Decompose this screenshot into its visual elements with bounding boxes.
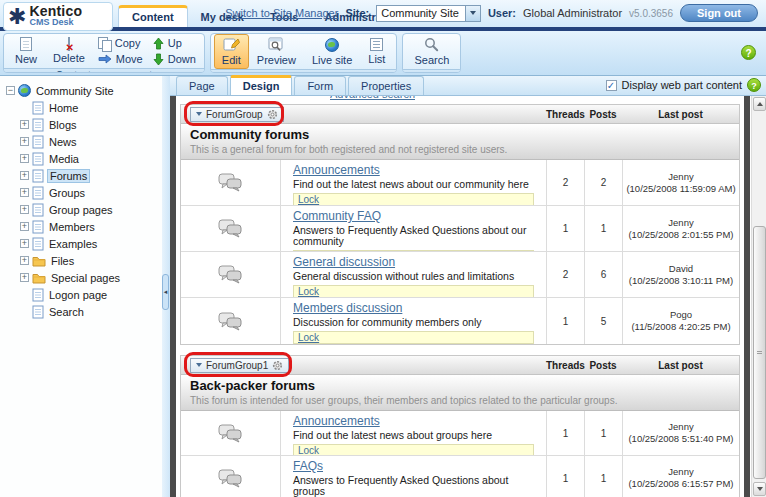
- webpart-forumgroup1: ForumGroup1 Threads Posts Last post Back…: [180, 355, 740, 497]
- last-post-author: Jenny: [668, 421, 693, 433]
- forum-group-subtitle: This is a general forum for both registe…: [190, 144, 730, 155]
- gear-icon[interactable]: [267, 109, 278, 120]
- forum-title-link[interactable]: Community FAQ: [293, 209, 381, 223]
- brand-name: Kentico: [29, 6, 82, 17]
- delete-button[interactable]: ✕ Delete: [45, 35, 93, 67]
- sidebar-item-community-site[interactable]: − Community Site: [6, 82, 160, 99]
- sidebar-splitter[interactable]: ◂: [162, 76, 170, 497]
- edit-button[interactable]: Edit: [214, 34, 249, 69]
- globe-icon: [325, 38, 339, 52]
- posts-count: 1: [584, 206, 622, 251]
- folder-icon: [32, 255, 46, 267]
- gear-icon[interactable]: [272, 360, 283, 371]
- expand-icon[interactable]: +: [20, 120, 29, 129]
- sidebar-item-search[interactable]: Search: [6, 303, 160, 320]
- design-canvas: Advanced search ForumGroup Threads Posts: [170, 96, 766, 497]
- folder-icon: [32, 272, 46, 284]
- copy-button[interactable]: Copy: [98, 36, 143, 50]
- forum-group-heading: Community forums This is a general forum…: [181, 124, 739, 160]
- tab-properties[interactable]: Properties: [348, 76, 424, 95]
- webpart-menu-arrow-icon[interactable]: [196, 112, 202, 116]
- forum-row: FAQs Answers to Frequently Asked Questio…: [181, 456, 739, 497]
- site-select[interactable]: Community Site: [376, 5, 481, 22]
- page-icon: [32, 169, 44, 183]
- sidebar-item-special-pages[interactable]: + Special pages: [6, 269, 160, 286]
- expand-icon[interactable]: +: [20, 171, 29, 180]
- expand-icon[interactable]: +: [20, 154, 29, 163]
- splitter-collapse-handle[interactable]: ◂: [162, 274, 169, 310]
- lock-strip: Lock: [293, 285, 534, 298]
- scroll-up-button[interactable]: [753, 97, 766, 111]
- expand-icon[interactable]: +: [20, 222, 29, 231]
- last-post-cell: Jenny (10/25/2008 5:51:40 PM): [622, 411, 739, 455]
- forum-title-link[interactable]: FAQs: [293, 459, 323, 473]
- arrow-down-icon: [153, 53, 164, 66]
- forum-description: Find out the latest news about our commu…: [293, 179, 538, 190]
- expand-icon[interactable]: +: [20, 188, 29, 197]
- user-label: User:: [488, 7, 516, 19]
- design-help-icon[interactable]: ?: [747, 78, 761, 92]
- sidebar-item-forums[interactable]: + Forums: [6, 167, 160, 184]
- sidebar-item-home[interactable]: Home: [6, 99, 160, 116]
- forum-title-link[interactable]: Members discussion: [293, 301, 402, 315]
- lock-link[interactable]: Lock: [298, 332, 319, 343]
- sidebar-item-logon-page[interactable]: Logon page: [6, 286, 160, 303]
- sidebar-item-groups[interactable]: + Groups: [6, 184, 160, 201]
- expand-icon[interactable]: +: [20, 137, 29, 146]
- toolbar: New ✕ Delete Copy Move Up: [0, 31, 766, 76]
- sidebar-item-files[interactable]: + Files: [6, 252, 160, 269]
- lock-strip: Lock: [293, 444, 534, 456]
- tab-content[interactable]: Content: [118, 5, 188, 27]
- display-web-part-content-checkbox[interactable]: ✓: [606, 80, 617, 91]
- expand-icon[interactable]: +: [20, 205, 29, 214]
- search-button[interactable]: Search: [406, 34, 457, 69]
- sidebar-item-members[interactable]: + Members: [6, 218, 160, 235]
- list-button[interactable]: List: [360, 35, 393, 68]
- tab-design[interactable]: Design: [230, 75, 293, 95]
- sidebar-item-examples[interactable]: + Examples: [6, 235, 160, 252]
- column-header-last-post: Last post: [622, 109, 739, 120]
- scroll-down-button[interactable]: [753, 482, 766, 496]
- webpart-header: ForumGroup1 Threads Posts Last post: [181, 356, 739, 375]
- expand-icon[interactable]: +: [20, 256, 29, 265]
- collapse-icon[interactable]: −: [6, 86, 15, 95]
- site-select-dropdown-button[interactable]: [465, 6, 480, 21]
- webpart-control-forumgroup1[interactable]: ForumGroup1: [190, 358, 289, 373]
- vertical-scrollbar[interactable]: [751, 96, 766, 497]
- sidebar-item-blogs[interactable]: + Blogs: [6, 116, 160, 133]
- sidebar-item-news[interactable]: + News: [6, 133, 160, 150]
- down-button[interactable]: Down: [153, 52, 196, 66]
- scrollbar-thumb[interactable]: [753, 226, 766, 479]
- tab-form[interactable]: Form: [294, 76, 346, 95]
- toolbar-help-icon[interactable]: ?: [741, 45, 756, 60]
- move-button[interactable]: Move: [98, 52, 143, 66]
- lock-link[interactable]: Lock: [298, 445, 319, 456]
- advanced-search-link[interactable]: Advanced search: [330, 96, 415, 100]
- page-icon: [32, 118, 44, 132]
- lock-link[interactable]: Lock: [298, 286, 319, 297]
- new-document-icon: [20, 37, 32, 51]
- sign-out-button[interactable]: Sign out: [680, 4, 758, 22]
- switch-site-manager-link[interactable]: Switch to Site Manager: [225, 7, 338, 19]
- new-button[interactable]: New: [7, 34, 45, 68]
- expand-icon[interactable]: +: [20, 239, 29, 248]
- forum-title-link[interactable]: General discussion: [293, 255, 395, 269]
- arrow-up-icon: [153, 37, 164, 50]
- forum-title-link[interactable]: Announcements: [293, 414, 380, 428]
- delete-document-icon: ✕: [68, 38, 70, 50]
- forum-description: Answers to Frequently Asked Questions ab…: [293, 225, 538, 247]
- preview-button[interactable]: Preview: [249, 34, 304, 69]
- tab-page[interactable]: Page: [176, 76, 228, 95]
- expand-icon[interactable]: +: [20, 273, 29, 282]
- live-site-button[interactable]: Live site: [304, 35, 360, 69]
- last-post-cell: David (10/25/2008 3:10:11 PM): [622, 252, 739, 297]
- sidebar-item-media[interactable]: + Media: [6, 150, 160, 167]
- up-button[interactable]: Up: [153, 36, 196, 50]
- forum-bubbles-icon: [217, 264, 245, 285]
- sidebar-item-group-pages[interactable]: + Group pages: [6, 201, 160, 218]
- webpart-menu-arrow-icon[interactable]: [196, 363, 202, 367]
- lock-link[interactable]: Lock: [298, 194, 319, 205]
- forum-row: Announcements Find out the latest news a…: [181, 160, 739, 206]
- forum-title-link[interactable]: Announcements: [293, 163, 380, 177]
- webpart-control-forumgroup[interactable]: ForumGroup: [190, 107, 284, 122]
